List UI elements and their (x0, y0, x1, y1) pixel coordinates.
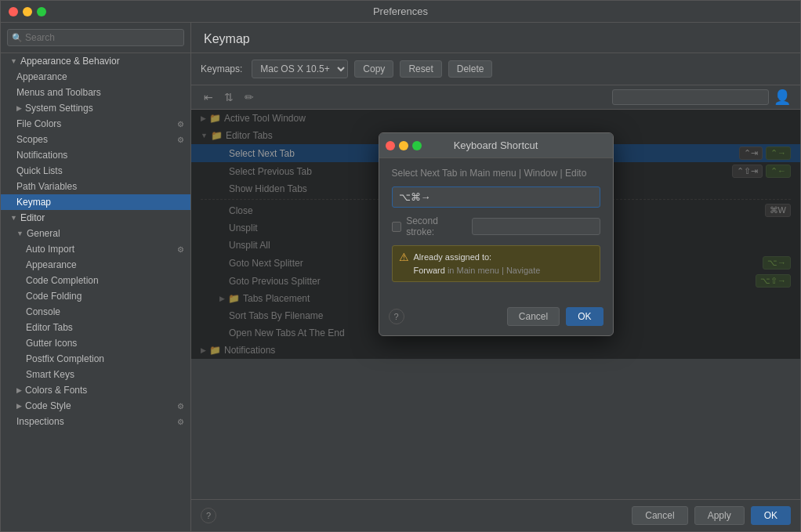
sidebar-item-label: Postfix Completion (26, 353, 104, 364)
sidebar-item-postfix-completion[interactable]: Postfix Completion (1, 351, 190, 367)
sidebar-item-label: Auto Import (26, 244, 74, 255)
modal-title-bar: Keyboard Shortcut (379, 133, 613, 158)
sidebar-item-inspections[interactable]: Inspections ⚙ (1, 414, 190, 429)
sidebar-item-auto-import[interactable]: Auto Import ⚙ (1, 241, 190, 257)
sort-button[interactable]: ⇅ (221, 89, 237, 105)
modal-body: Select Next Tab in Main menu | Window | … (379, 158, 613, 301)
minimize-button[interactable] (23, 7, 32, 16)
avatar-button[interactable]: 👤 (774, 89, 791, 106)
sidebar-item-appearance-editor[interactable]: Appearance (1, 257, 190, 273)
search-wrapper: 🔍 (7, 29, 184, 46)
sidebar-item-path-variables[interactable]: Path Variables (1, 179, 190, 194)
sidebar-item-label: Appearance (26, 259, 77, 270)
warning-context: in Main menu | Navigate (445, 266, 540, 275)
edit-button[interactable]: ✏ (241, 89, 257, 105)
second-stroke-checkbox[interactable] (392, 222, 402, 232)
sidebar-item-system-settings[interactable]: ▶ System Settings (1, 100, 190, 116)
sidebar-item-code-folding[interactable]: Code Folding (1, 288, 190, 304)
expand-arrow: ▼ (10, 214, 17, 222)
expand-arrow: ▼ (16, 230, 24, 237)
window-title: Preferences (373, 5, 428, 17)
gear-icon: ⚙ (177, 136, 184, 144)
sidebar-item-appearance[interactable]: Appearance (1, 69, 190, 85)
sidebar-item-label: Editor Tabs (26, 322, 73, 333)
sidebar-item-gutter-icons[interactable]: Gutter Icons (1, 335, 190, 351)
sidebar-item-code-style[interactable]: ▶ Code Style ⚙ (1, 398, 190, 414)
main-content: 🔍 ▼ Appearance & Behavior Appearance Men… (1, 23, 800, 531)
sidebar-item-general[interactable]: ▼ General (1, 226, 190, 241)
sidebar-item-colors-fonts[interactable]: ▶ Colors & Fonts (1, 382, 190, 398)
sidebar-item-label: Path Variables (16, 181, 77, 192)
sidebar-search-input[interactable] (7, 29, 184, 46)
keymaps-label: Keymaps: (201, 63, 242, 74)
second-stroke-label: Second stroke: (406, 215, 466, 237)
modal-action-context: in Main menu | Window | Edito (457, 168, 586, 179)
warning-icon: ⚠ (399, 251, 409, 263)
bottom-bar: ? Cancel Apply OK (191, 499, 800, 531)
modal-minimize-button[interactable] (399, 141, 408, 150)
close-button[interactable] (9, 7, 18, 16)
sidebar-item-label: Appearance (16, 71, 67, 82)
ok-button[interactable]: OK (751, 506, 791, 525)
cancel-button[interactable]: Cancel (632, 506, 687, 525)
gear-icon: ⚙ (177, 120, 184, 128)
sidebar-item-smart-keys[interactable]: Smart Keys (1, 367, 190, 382)
panel-header: Keymap (191, 23, 800, 53)
right-panel: Keymap Keymaps: Mac OS X 10.5+ Copy Rese… (191, 23, 800, 531)
sidebar-item-label: System Settings (25, 103, 93, 114)
sidebar-item-label: Colors & Fonts (25, 385, 87, 396)
modal-ok-button[interactable]: OK (566, 307, 603, 326)
sidebar-item-label: Code Completion (26, 275, 99, 286)
warning-assigned-label: Already assigned to: (414, 252, 492, 262)
keymap-list: ▶ 📁 Active Tool Window ▼ 📁 Editor Tabs S… (191, 110, 800, 499)
expand-arrow: ▼ (10, 57, 17, 65)
expand-arrow: ▶ (16, 402, 22, 410)
panel-title: Keymap (204, 32, 250, 45)
delete-button[interactable]: Delete (448, 60, 493, 78)
sidebar-category-label: Appearance & Behavior (20, 56, 120, 67)
sidebar-item-label: File Colors (16, 118, 61, 129)
modal-maximize-button[interactable] (412, 141, 422, 150)
sidebar-category-label: Editor (20, 212, 45, 223)
sidebar-item-notifications[interactable]: Notifications (1, 147, 190, 163)
keymap-select[interactable]: Mac OS X 10.5+ (252, 60, 348, 78)
second-stroke-input[interactable] (472, 218, 600, 235)
help-button[interactable]: ? (201, 508, 216, 523)
modal-close-button[interactable] (386, 141, 395, 150)
warning-action-name: Forward (414, 266, 445, 275)
modal-help-button[interactable]: ? (389, 309, 404, 324)
action-toolbar: ⇤ ⇅ ✏ 👤 (191, 85, 800, 110)
sidebar-item-label: Scopes (16, 134, 48, 145)
sidebar-item-code-completion[interactable]: Code Completion (1, 273, 190, 288)
keymap-list-inner: ▶ 📁 Active Tool Window ▼ 📁 Editor Tabs S… (191, 110, 800, 359)
sidebar-item-label: Inspections (16, 416, 64, 427)
modal-cancel-button[interactable]: Cancel (507, 307, 560, 326)
sidebar-item-scopes[interactable]: Scopes ⚙ (1, 132, 190, 147)
apply-button[interactable]: Apply (694, 506, 745, 525)
sidebar-search-box: 🔍 (1, 23, 190, 53)
maximize-button[interactable] (37, 7, 46, 16)
sidebar-item-label: Code Folding (26, 291, 82, 302)
sidebar-item-console[interactable]: Console (1, 304, 190, 320)
modal-window-controls (386, 141, 422, 150)
preferences-window: Preferences 🔍 ▼ Appearance & Behavior Ap… (0, 0, 801, 532)
sidebar-item-label: Smart Keys (26, 369, 74, 380)
modal-overlay: Keyboard Shortcut Select Next Tab in Mai… (191, 110, 800, 359)
sidebar-item-menus-toolbars[interactable]: Menus and Toolbars (1, 85, 190, 100)
keymap-search-input[interactable] (612, 89, 769, 105)
indent-left-button[interactable]: ⇤ (201, 89, 216, 105)
shortcut-field: ⌥⌘→ (392, 186, 600, 208)
copy-button[interactable]: Copy (354, 60, 393, 78)
warning-text: Already assigned to: Forward in Main men… (414, 251, 541, 277)
sidebar-item-label: Code Style (25, 400, 71, 411)
sidebar-item-appearance-behavior[interactable]: ▼ Appearance & Behavior (1, 53, 190, 69)
sidebar-item-editor-tabs[interactable]: Editor Tabs (1, 320, 190, 335)
sidebar-item-editor[interactable]: ▼ Editor (1, 210, 190, 226)
expand-arrow: ▶ (16, 104, 22, 112)
sidebar-item-label: Console (26, 306, 60, 317)
sidebar-item-keymap[interactable]: Keymap (1, 194, 190, 210)
reset-button[interactable]: Reset (400, 60, 441, 78)
sidebar-item-file-colors[interactable]: File Colors ⚙ (1, 116, 190, 132)
gear-icon: ⚙ (177, 402, 184, 411)
sidebar-item-quick-lists[interactable]: Quick Lists (1, 163, 190, 179)
